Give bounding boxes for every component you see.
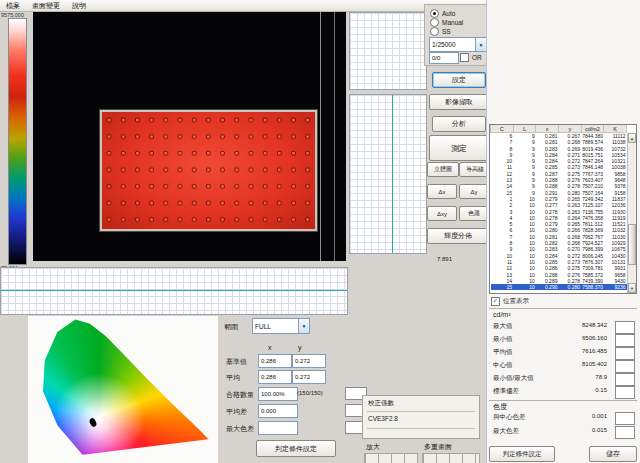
stat-value: 8105.402 [582,361,607,367]
radio-auto-label: Auto [442,10,455,17]
table-header-cell[interactable]: C [491,125,514,133]
scrollbar-thumb[interactable] [628,224,636,265]
measurement-image-canvas[interactable] [33,12,346,261]
reference-label: 基準值 [226,357,247,367]
stat-label: 最小值/最大值 [493,374,534,383]
cursor-line-2[interactable] [334,12,335,261]
menu-file[interactable]: 檔案 [0,0,26,11]
col-header-y: y [298,344,302,351]
position-display-checkbox[interactable]: ✓ 位置表示 [491,297,529,306]
frame-counter-field: 0/0 [429,52,459,64]
stat-label: 平均值 [493,348,513,357]
stat-value: 6506.160 [582,335,607,341]
scroll-down-icon[interactable]: ▼ [628,283,636,293]
table-header-cell[interactable]: L [513,125,536,133]
radio-manual-label: Manual [442,19,463,26]
colorbar [8,18,27,265]
stat-value: 78.9 [595,374,607,380]
multiscreen-section-label: 多重畫面 [424,442,452,452]
chroma-row-center-diff: 與中心色差 0.001 [491,412,639,424]
pass-count-label: 合格數量 [226,390,254,400]
stat-row-min: 最小值 6506.160 [491,334,639,346]
table-header-cell[interactable]: y [558,125,581,133]
stat-row-stddev: 標準偏差 0.15 [491,386,639,398]
radio-auto[interactable]: Auto [430,9,455,18]
measure-button[interactable]: 測定 [429,135,489,161]
calibration-title: 校正係數 [368,399,394,408]
cie-diagram-panel [28,316,218,463]
delta-y-button[interactable]: Δy [459,184,489,199]
range-dropdown-value: FULL [255,323,271,330]
scroll-up-icon[interactable]: ▲ [628,133,636,143]
max-diff-label: 最大色差 [226,424,254,434]
menu-help[interactable]: 說明 [66,0,92,11]
stat-indicator-box [615,321,635,334]
table-header-cell[interactable]: cd/m2 [581,125,604,133]
stat-label: 最大色差 [493,427,519,436]
table-header-cell[interactable]: K [604,125,627,133]
stat-row-max: 最大值 8248.342 [491,321,639,333]
measured-display-image[interactable] [100,110,317,231]
reference-y-field[interactable]: 0.272 [292,354,326,368]
chevron-down-icon[interactable]: ▼ [298,319,309,333]
stat-label: 最大值 [493,322,513,331]
stat-row-avg: 平均值 7616.485 [491,347,639,359]
table-scrollbar[interactable]: ▲ ▼ [627,133,636,293]
stat-label: 標準偏差 [493,387,519,396]
settings-button[interactable]: 設定 [432,72,486,88]
range-label: 範圍 [224,322,238,332]
range-dropdown[interactable]: FULL ▼ [252,318,310,334]
zoom-section-label: 放大 [366,442,380,452]
radio-ss-label: SS [442,28,451,35]
zoom-buttons-strip[interactable] [364,453,418,463]
stat-row-center: 中心值 8105.402 [491,360,639,372]
judge-condition-button[interactable]: 判定條件設定 [256,440,336,457]
avg-diff-field: 0.000 [258,404,298,418]
stat-indicator-box [615,360,635,373]
stat-value: 0.15 [595,387,607,393]
cie-horseshoe [34,318,214,459]
or-checkbox-label: OR [472,54,482,61]
stat-value: 8248.342 [582,322,607,328]
stat-indicator-box [615,334,635,347]
luminance-dist-button[interactable]: 輝度分佈 [427,228,489,244]
radio-manual[interactable]: Manual [430,18,463,27]
stereo-button[interactable]: 立體圖 [427,162,459,177]
stats-unit-label: cd/m² [493,311,511,318]
multiscreen-buttons-strip[interactable] [422,453,480,463]
stat-label: 中心值 [493,361,513,370]
radio-ss-dot [430,27,439,36]
exposure-group: Auto Manual SS 1/25000 ▼ 0/0 OR [424,4,488,66]
radio-manual-dot [430,18,439,27]
table-header-cell[interactable]: x [536,125,559,133]
profile-grid-horizontal [0,267,348,315]
chevron-down-icon[interactable]: ▼ [475,38,486,51]
table-row[interactable]: 15100.2900.2807588.3709236 [491,284,627,290]
stat-value: 0.015 [592,427,607,433]
menu-view-change[interactable]: 畫面變更 [26,0,66,11]
or-checkbox[interactable]: OR [460,53,482,62]
cursor-line-1[interactable] [320,12,321,261]
stat-label: 最小值 [493,335,513,344]
table-row[interactable]: 690.2810.2677844.38011112 [491,133,627,140]
pass-ratio-note: (150/150) [297,390,323,396]
save-button[interactable]: 儲存 [589,446,637,462]
chroma-row-max-diff: 最大色差 0.015 [491,426,639,438]
judge-condition-button-right[interactable]: 判定條件設定 [489,446,555,462]
shutter-dropdown[interactable]: 1/25000 ▼ [429,37,487,52]
color-temp-button[interactable]: 色溫 [459,206,489,221]
stat-indicator-box [615,373,635,386]
pass-percent-field: 100.00% [258,387,298,401]
average-label: 平均 [226,373,240,383]
capture-button[interactable]: 影像擷取 [429,94,489,110]
radio-ss[interactable]: SS [430,27,451,36]
reference-x-field[interactable]: 0.286 [258,354,292,368]
analyze-button[interactable]: 分析 [432,116,486,132]
radio-auto-dot [430,9,439,18]
stat-indicator-box [615,347,635,360]
delta-xy-button[interactable]: Δxy [427,206,457,221]
or-checkbox-box [460,53,469,62]
profile-grid-top [349,12,427,90]
position-display-check: ✓ [491,297,500,306]
delta-x-button[interactable]: Δx [427,184,457,199]
